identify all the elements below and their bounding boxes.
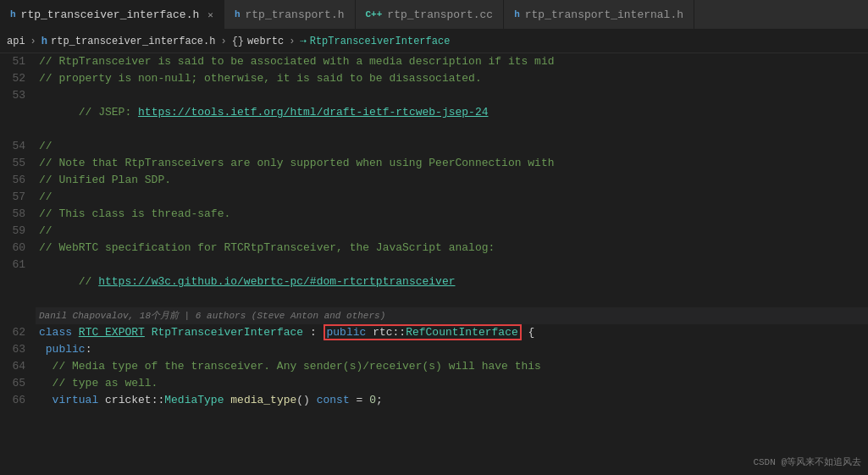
watermark: CSDN @等风来不如追风去	[753, 456, 861, 468]
bc-class-name[interactable]: RtpTransceiverInterface	[310, 36, 451, 47]
bc-ns-icon: {}	[232, 36, 244, 47]
tab-icon-h2: h	[235, 9, 240, 19]
line-content-56: // Unified Plan SDP.	[36, 172, 868, 189]
blame-info: Danil Chapovalov, 18个月前 | 6 authors (Ste…	[36, 307, 868, 324]
line-number-60: 60	[0, 240, 36, 257]
tab-icon-cpp: C++	[366, 9, 383, 19]
jsep-link[interactable]: https://tools.ietf.org/html/draft-ietf-r…	[138, 106, 488, 119]
bc-namespace[interactable]: webrtc	[247, 36, 284, 47]
line-content-61: // https://w3c.github.io/webrtc-pc/#dom-…	[36, 257, 868, 307]
line-number-52: 52	[0, 70, 36, 87]
line-number-54: 54	[0, 138, 36, 155]
line-number-63: 63	[0, 341, 36, 358]
line-number-51: 51	[0, 53, 36, 70]
code-line-59: 59 //	[0, 223, 868, 240]
line-number-53: 53	[0, 87, 36, 138]
tab-bar: h rtp_transceiver_interface.h ✕ h rtp_tr…	[0, 0, 868, 30]
tab-icon-h: h	[10, 9, 16, 19]
tab-rtp-transport-internal[interactable]: h rtp_transport_internal.h	[504, 0, 694, 29]
tab-label-2: rtp_transport.h	[245, 8, 344, 21]
breadcrumb: api › h rtp_transceiver_interface.h › {}…	[0, 30, 868, 53]
bc-sep3: ›	[289, 36, 295, 47]
line-content-58: // This class is thread-safe.	[36, 206, 868, 223]
code-line-61: 61 // https://w3c.github.io/webrtc-pc/#d…	[0, 257, 868, 307]
tab-label-4: rtp_transport_internal.h	[525, 8, 683, 21]
w3c-link[interactable]: https://w3c.github.io/webrtc-pc/#dom-rtc…	[98, 275, 455, 288]
code-line-57: 57 //	[0, 189, 868, 206]
code-line-64: 64 // Media type of the transceiver. Any…	[0, 358, 868, 375]
bc-sep1: ›	[30, 36, 36, 47]
line-content-52: // property is non-null; otherwise, it i…	[36, 70, 868, 87]
line-content-60: // WebRTC specification for RTCRtpTransc…	[36, 240, 868, 257]
line-content-53: // JSEP: https://tools.ietf.org/html/dra…	[36, 87, 868, 138]
code-line-51: 51 // RtpTransceiver is said to be assoc…	[0, 53, 868, 70]
line-content-65: // type as well.	[36, 375, 868, 392]
code-line-55: 55 // Note that RtpTransceivers are only…	[0, 155, 868, 172]
code-line-53: 53 // JSEP: https://tools.ietf.org/html/…	[0, 87, 868, 138]
code-line-52: 52 // property is non-null; otherwise, i…	[0, 70, 868, 87]
code-editor: 51 // RtpTransceiver is said to be assoc…	[0, 53, 868, 475]
close-icon[interactable]: ✕	[207, 9, 213, 20]
code-line-62: 62 class RTC_EXPORT RtpTransceiverInterf…	[0, 324, 868, 341]
code-line-65: 65 // type as well.	[0, 375, 868, 392]
tab-rtp-transport[interactable]: h rtp_transport.h	[224, 0, 356, 29]
line-number-57: 57	[0, 189, 36, 206]
tab-label: rtp_transceiver_interface.h	[21, 8, 200, 21]
line-number-62: 62	[0, 324, 36, 341]
bc-h-icon: h	[41, 36, 47, 47]
line-number-55: 55	[0, 155, 36, 172]
tab-rtp-transport-cc[interactable]: C++ rtp_transport.cc	[356, 0, 505, 29]
line-number-66: 66	[0, 392, 36, 409]
tab-label-3: rtp_transport.cc	[387, 8, 493, 21]
bc-filename[interactable]: rtp_transceiver_interface.h	[51, 36, 215, 47]
code-line-60: 60 // WebRTC specification for RTCRtpTra…	[0, 240, 868, 257]
line-number-58: 58	[0, 206, 36, 223]
line-content-57: //	[36, 189, 868, 206]
line-number-61: 61	[0, 257, 36, 307]
line-content-62: class RTC_EXPORT RtpTransceiverInterface…	[36, 324, 868, 341]
code-line-56: 56 // Unified Plan SDP.	[0, 172, 868, 189]
highlight-box: public rtc::RefCountInterface	[323, 324, 522, 340]
bc-class-icon: ⇢	[300, 35, 306, 47]
code-line-66: 66 virtual cricket::MediaType media_type…	[0, 392, 868, 409]
line-number-65: 65	[0, 375, 36, 392]
line-content-64: // Media type of the transceiver. Any se…	[36, 358, 868, 375]
line-content-54: //	[36, 138, 868, 155]
line-number-64: 64	[0, 358, 36, 375]
code-line-63: 63 public:	[0, 341, 868, 358]
bc-api[interactable]: api	[7, 36, 25, 47]
line-content-63: public:	[36, 341, 868, 358]
line-content-51: // RtpTransceiver is said to be associat…	[36, 53, 868, 70]
line-number-56: 56	[0, 172, 36, 189]
blame-line-num	[0, 307, 36, 324]
line-content-55: // Note that RtpTransceivers are only su…	[36, 155, 868, 172]
tab-icon-h3: h	[514, 9, 520, 19]
code-line-58: 58 // This class is thread-safe.	[0, 206, 868, 223]
bc-sep2: ›	[220, 36, 226, 47]
code-line-54: 54 //	[0, 138, 868, 155]
tab-rtp-transceiver-interface[interactable]: h rtp_transceiver_interface.h ✕	[0, 0, 224, 29]
line-content-59: //	[36, 223, 868, 240]
line-content-66: virtual cricket::MediaType media_type() …	[36, 392, 868, 409]
line-number-59: 59	[0, 223, 36, 240]
blame-line: Danil Chapovalov, 18个月前 | 6 authors (Ste…	[0, 307, 868, 324]
